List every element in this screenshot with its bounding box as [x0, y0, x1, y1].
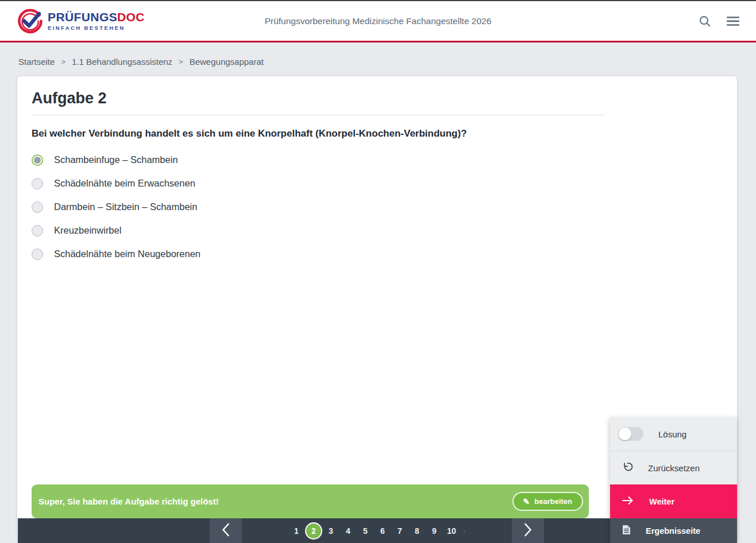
page-number-5[interactable]: 5 — [357, 526, 374, 536]
app-header: PRÜFUNGSDOC EINFACH BESTEHEN Prüfungsvor… — [0, 0, 756, 42]
solution-toggle[interactable] — [618, 427, 643, 441]
edit-button-label: bearbeiten — [534, 497, 572, 506]
heading-divider — [32, 115, 604, 115]
page-number-2-current[interactable]: 2 — [305, 522, 322, 540]
success-banner: Super, Sie haben die Aufgabe richtig gel… — [32, 484, 589, 518]
breadcrumb-behandlungsassistenz[interactable]: 1.1 Behandlungsassistenz — [72, 57, 172, 67]
breadcrumb: Startseite > 1.1 Behandlungsassistenz > … — [18, 57, 264, 67]
menu-icon[interactable] — [726, 16, 740, 26]
page-title: Prüfungsvorbereitung Medizinische Fachan… — [265, 16, 492, 26]
radio-icon[interactable] — [32, 225, 43, 236]
answer-option[interactable]: Kreuzbeinwirbel — [32, 219, 737, 242]
page-number-list: 1 2 3 4 5 6 7 8 9 10 · — [288, 518, 468, 543]
breadcrumb-separator: > — [179, 57, 183, 66]
radio-icon[interactable] — [32, 201, 43, 213]
brand-logo[interactable]: PRÜFUNGSDOC EINFACH BESTEHEN — [16, 6, 145, 36]
option-label: Darmbein – Sitzbein – Schambein — [54, 201, 197, 212]
results-label: Ergebnisseite — [646, 526, 700, 536]
page-number-1[interactable]: 1 — [288, 526, 305, 536]
action-panel: Lösung Zurücksetzen Weiter — [610, 417, 737, 543]
logo-checkmark-icon — [16, 6, 44, 36]
option-label: Schädelnähte beim Erwachsenen — [54, 178, 195, 189]
reset-label: Zurücksetzen — [648, 463, 700, 473]
next-page-button[interactable] — [512, 518, 544, 543]
document-icon — [622, 525, 631, 537]
answer-options: Schambeinfuge – Schambein Schädelnähte b… — [32, 148, 737, 266]
answer-option[interactable]: Schambeinfuge – Schambein — [32, 148, 737, 172]
next-button[interactable]: Weiter — [610, 484, 737, 518]
breadcrumb-separator: > — [61, 57, 65, 66]
option-label: Kreuzbeinwirbel — [54, 225, 121, 236]
page-number-3[interactable]: 3 — [322, 526, 340, 536]
page-number-9[interactable]: 9 — [426, 526, 443, 536]
breadcrumb-bewegungsapparat[interactable]: Bewegungsapparat — [190, 57, 264, 67]
reset-icon — [622, 461, 633, 475]
answer-option[interactable]: Darmbein – Sitzbein – Schambein — [32, 195, 737, 219]
reset-button[interactable]: Zurücksetzen — [610, 451, 737, 484]
answer-option[interactable]: Schädelnähte beim Erwachsenen — [32, 172, 737, 195]
chevron-right-icon — [524, 523, 532, 539]
option-label: Schambeinfuge – Schambein — [54, 154, 178, 165]
pencil-icon: ✎ — [523, 497, 530, 506]
logo-tagline: EINFACH BESTEHEN — [48, 25, 145, 31]
search-icon[interactable] — [699, 15, 711, 28]
logo-wordmark: PRÜFUNGSDOC — [48, 11, 145, 24]
solution-label: Lösung — [658, 429, 686, 439]
page-number-7[interactable]: 7 — [391, 526, 408, 536]
toggle-knob — [619, 428, 631, 440]
question-text: Bei welcher Verbindung handelt es sich u… — [32, 128, 604, 139]
success-message: Super, Sie haben die Aufgabe richtig gel… — [38, 497, 219, 506]
solution-toggle-row[interactable]: Lösung — [610, 417, 737, 451]
answer-option[interactable]: Schädelnähte beim Neugeborenen — [32, 242, 737, 266]
page-number-8[interactable]: 8 — [408, 526, 426, 536]
results-page-button[interactable]: Ergebnisseite — [610, 518, 737, 543]
edit-button[interactable]: ✎ bearbeiten — [512, 492, 583, 511]
radio-selected-icon[interactable] — [32, 154, 43, 166]
previous-page-button[interactable] — [210, 518, 242, 543]
arrow-right-icon — [622, 496, 634, 507]
next-label: Weiter — [649, 497, 674, 506]
page-number-4[interactable]: 4 — [340, 526, 357, 536]
task-heading: Aufgabe 2 — [32, 90, 737, 107]
page-number-10[interactable]: 10 — [443, 526, 460, 536]
radio-icon[interactable] — [32, 178, 43, 189]
chevron-left-icon — [222, 523, 230, 539]
radio-icon[interactable] — [32, 249, 43, 260]
pagination-bar: 1 2 3 4 5 6 7 8 9 10 · — [18, 518, 610, 543]
page-overflow-indicator: · — [460, 527, 468, 535]
option-label: Schädelnähte beim Neugeborenen — [54, 249, 200, 259]
breadcrumb-startseite[interactable]: Startseite — [18, 57, 55, 67]
page-number-6[interactable]: 6 — [374, 526, 391, 536]
